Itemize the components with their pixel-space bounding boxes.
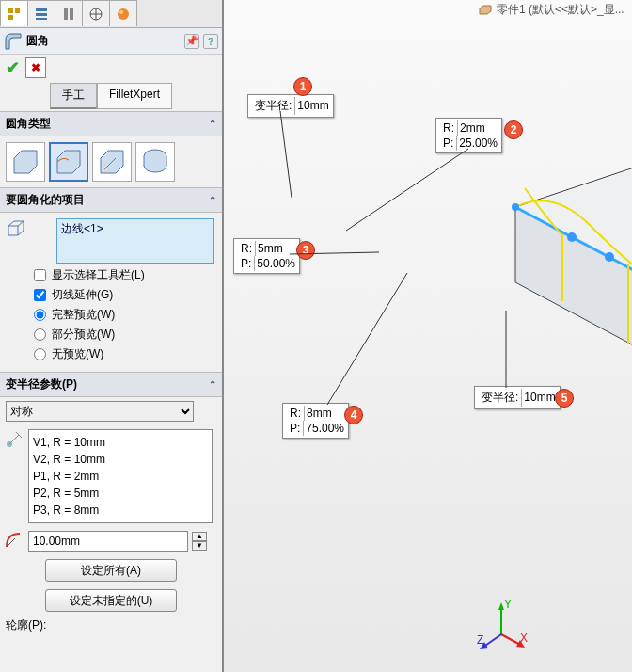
svg-rect-0 — [8, 8, 13, 13]
no-preview-radio[interactable] — [34, 348, 46, 360]
section-items[interactable]: 要圆角化的项目⌃ — [0, 187, 222, 213]
property-manager-panel: 圆角 📌 ? ✔ ✖ 手工 FilletXpert 圆角类型⌃ 要圆角化的项目⌃… — [0, 0, 224, 672]
callout-5[interactable]: 变半径:10mm — [474, 386, 561, 409]
tangent-checkbox[interactable] — [34, 289, 46, 301]
vertex-list-icon — [4, 429, 24, 450]
symmetry-select[interactable]: 对称 — [6, 401, 194, 422]
svg-rect-7 — [70, 8, 73, 20]
callout-3[interactable]: R:5mm P:50.00% — [233, 238, 300, 274]
graphics-view[interactable]: 零件1 (默认<<默认>_显... ✱ 变半径:10mm 1 R:2mm — [224, 0, 632, 672]
badge-3: 3 — [296, 241, 315, 260]
fillet-type-variable[interactable] — [49, 142, 88, 182]
radius-icon — [4, 529, 24, 550]
badge-2: 2 — [504, 120, 523, 139]
list-item[interactable]: P3, R = 8mm — [33, 502, 208, 519]
tab-property-manager[interactable] — [27, 0, 55, 26]
svg-point-12 — [119, 10, 123, 14]
svg-rect-3 — [36, 8, 47, 11]
svg-point-23 — [512, 203, 519, 211]
svg-rect-2 — [8, 15, 13, 20]
svg-text:Z: Z — [477, 633, 483, 647]
svg-line-32 — [346, 149, 468, 231]
mode-tabs: 手工 FilletXpert — [0, 83, 222, 109]
confirm-row: ✔ ✖ — [0, 55, 222, 81]
svg-text:X: X — [520, 632, 528, 645]
svg-line-34 — [327, 273, 407, 405]
chevron-up-icon: ⌃ — [209, 195, 216, 205]
edge-select-icon — [6, 218, 26, 239]
show-toolbar-checkbox[interactable] — [34, 269, 46, 281]
param-list[interactable]: V1, R = 10mm V2, R = 10mm P1, R = 2mm P2… — [28, 429, 213, 523]
svg-rect-6 — [64, 8, 68, 20]
edge-selection-list[interactable]: 边线<1> — [56, 218, 214, 264]
full-preview-radio[interactable] — [34, 309, 46, 321]
view-triad[interactable]: Y X Z — [473, 597, 529, 653]
partial-preview-radio[interactable] — [34, 328, 46, 341]
tab-filletxpert[interactable]: FilletXpert — [97, 83, 172, 109]
spin-down[interactable]: ▼ — [192, 541, 207, 551]
list-item[interactable]: P2, R = 5mm — [33, 485, 208, 502]
svg-rect-4 — [36, 13, 47, 16]
tab-dimxpert-manager[interactable] — [82, 0, 110, 26]
fillet-icon — [4, 32, 23, 51]
tab-configuration-manager[interactable] — [55, 0, 83, 26]
svg-line-16 — [18, 221, 24, 226]
fillet-type-row — [6, 142, 216, 182]
badge-4: 4 — [344, 406, 363, 424]
fillet-type-face[interactable] — [92, 142, 132, 182]
tab-feature-manager[interactable] — [0, 0, 28, 26]
callout-2[interactable]: R:2mm P:25.00% — [435, 118, 502, 153]
svg-line-31 — [280, 111, 292, 198]
section-fillet-type[interactable]: 圆角类型⌃ — [0, 111, 222, 136]
list-item[interactable]: P1, R = 2mm — [33, 468, 208, 485]
pushpin-icon[interactable]: 📌 — [184, 34, 199, 49]
badge-1: 1 — [293, 77, 312, 96]
ok-button[interactable]: ✔ — [6, 57, 20, 78]
svg-point-11 — [118, 8, 129, 20]
callout-1[interactable]: 变半径:10mm — [247, 94, 334, 118]
list-item[interactable]: V2, R = 10mm — [33, 451, 208, 468]
fillet-type-full-round[interactable] — [135, 142, 175, 182]
svg-rect-5 — [36, 18, 47, 20]
section-params[interactable]: 变半径参数(P)⌃ — [0, 372, 222, 397]
svg-point-25 — [605, 252, 614, 262]
list-item[interactable]: V1, R = 10mm — [33, 434, 208, 451]
set-all-button[interactable]: 设定所有(A) — [45, 559, 177, 582]
chevron-up-icon: ⌃ — [209, 379, 216, 390]
feature-title-row: 圆角 📌 ? — [0, 28, 222, 55]
profile-label: 轮廓(P): — [0, 616, 222, 635]
feature-title: 圆角 — [26, 33, 184, 49]
set-unspecified-button[interactable]: 设定未指定的(U) — [45, 589, 177, 612]
chevron-up-icon: ⌃ — [209, 119, 216, 129]
svg-point-24 — [567, 232, 577, 242]
svg-text:Y: Y — [504, 598, 512, 611]
callout-4[interactable]: R:8mm P:75.00% — [282, 403, 349, 439]
part-icon — [478, 3, 493, 18]
svg-rect-1 — [15, 8, 20, 13]
fillet-type-constant[interactable] — [6, 142, 45, 182]
cancel-button[interactable]: ✖ — [25, 57, 46, 78]
spin-up[interactable]: ▲ — [192, 532, 207, 541]
radius-input[interactable] — [28, 531, 188, 552]
tab-render-manager[interactable] — [109, 0, 137, 26]
help-icon[interactable]: ? — [203, 34, 218, 49]
tab-manual[interactable]: 手工 — [50, 83, 97, 109]
badge-5: 5 — [555, 389, 574, 408]
panel-tab-strip — [0, 0, 222, 28]
breadcrumb[interactable]: 零件1 (默认<<默认>_显... — [478, 2, 624, 18]
